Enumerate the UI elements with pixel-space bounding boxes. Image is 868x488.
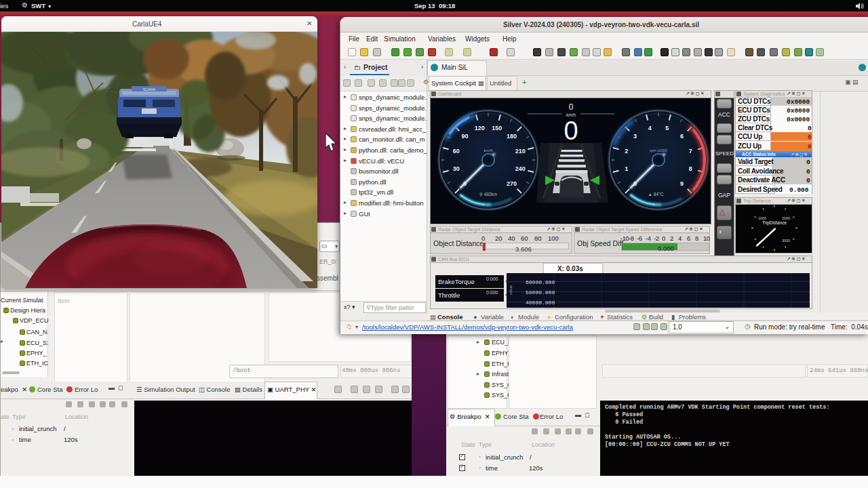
svg-text:km/h: km/h <box>484 148 492 152</box>
svg-text:180: 180 <box>507 133 517 140</box>
svg-text:240: 240 <box>515 165 526 172</box>
svg-text:4: 4 <box>648 125 652 131</box>
svg-text:3: 3 <box>633 133 637 140</box>
svg-text:90: 90 <box>461 133 468 140</box>
svg-text:270: 270 <box>507 180 517 187</box>
svg-text:0: 0 <box>564 117 578 145</box>
svg-text:40000.000: 40000.000 <box>526 300 555 306</box>
svg-text:⚲ 482km: ⚲ 482km <box>479 192 497 197</box>
svg-text:value: value <box>509 285 513 295</box>
svg-text:3000: 3000 <box>782 239 790 243</box>
svg-text:30: 30 <box>453 165 460 172</box>
svg-text:50000.000: 50000.000 <box>526 289 555 296</box>
svg-text:9: 9 <box>680 180 684 187</box>
svg-text:5: 5 <box>665 125 669 131</box>
svg-text:6: 6 <box>680 133 684 140</box>
svg-text:150: 150 <box>492 125 502 131</box>
svg-text:60000.000: 60000.000 <box>526 279 555 285</box>
svg-text:7: 7 <box>689 148 692 155</box>
svg-text:1: 1 <box>625 165 628 172</box>
svg-text:120: 120 <box>475 125 485 131</box>
svg-text:8: 8 <box>689 165 692 172</box>
svg-text:▲ 84°C: ▲ 84°C <box>648 192 664 197</box>
svg-text:TripDistance: TripDistance <box>762 220 787 226</box>
svg-text:rpm x1000: rpm x1000 <box>650 148 667 152</box>
svg-text:0: 0 <box>569 102 574 112</box>
svg-text:2: 2 <box>625 148 628 155</box>
svg-text:60: 60 <box>453 148 460 155</box>
svg-text:210: 210 <box>515 148 526 155</box>
svg-text:SCANIA: SCANIA <box>143 87 156 92</box>
